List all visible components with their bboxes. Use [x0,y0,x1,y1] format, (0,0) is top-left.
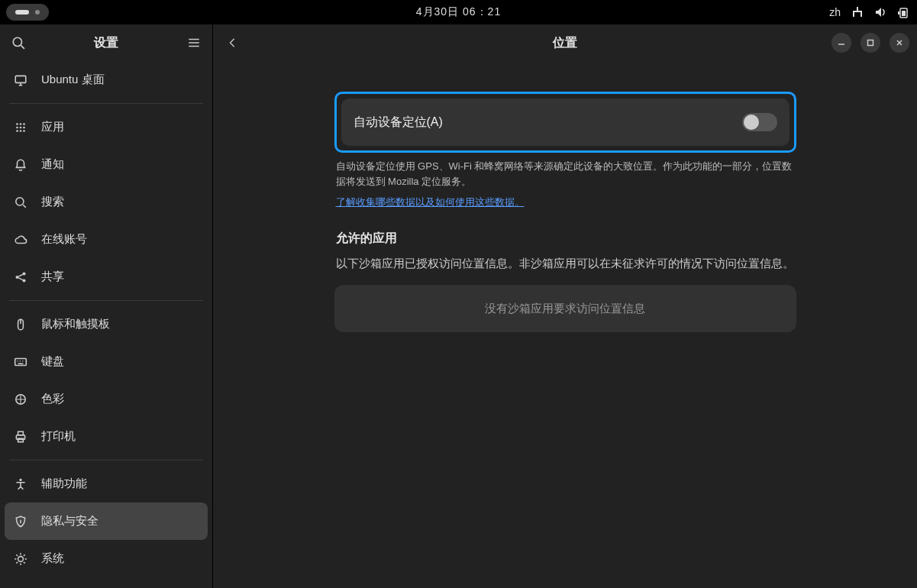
allowed-apps-empty: 没有沙箱应用要求访问位置信息 [334,285,796,332]
window-close-button[interactable] [890,33,909,53]
mouse-icon [14,318,27,331]
sidebar-item-label: 系统 [41,551,64,566]
bell-icon [14,158,27,172]
apps-icon [14,121,27,134]
svg-point-5 [13,37,21,46]
svg-rect-25 [18,438,24,442]
svg-point-15 [23,130,25,132]
svg-rect-24 [18,431,24,435]
allowed-apps-title: 允许的应用 [336,231,795,247]
svg-point-8 [20,123,22,125]
minimize-icon [837,38,846,47]
auto-location-switch[interactable] [742,113,777,131]
svg-point-19 [22,279,25,282]
svg-point-27 [18,556,24,561]
sidebar-item-mouse[interactable]: 鼠标和触摸板 [5,305,208,343]
sidebar-separator [9,300,203,301]
svg-point-26 [19,478,21,480]
sidebar-item-label: 鼠标和触摸板 [41,317,110,331]
sidebar-item-label: 键盘 [41,354,64,369]
search-icon [14,195,27,209]
svg-point-7 [16,123,18,125]
sidebar-item-label: 应用 [41,120,64,134]
privacy-icon [14,515,27,528]
svg-rect-1 [853,13,854,17]
sidebar-item-label: 隐私与安全 [41,514,98,528]
main-panel: 位置 自动设备定位(A) 自动设备定位使用 GPS、Wi-Fi 和蜂窝网络等 [213,24,917,588]
svg-point-17 [15,275,18,278]
svg-point-16 [16,197,24,205]
sidebar-item-cloud[interactable]: 在线账号 [5,221,208,258]
svg-point-9 [23,123,25,125]
sidebar-header: 设置 [0,24,212,61]
empty-message: 没有沙箱应用要求访问位置信息 [485,302,645,316]
system-icon [14,552,27,566]
sidebar-item-label: 打印机 [41,429,76,444]
allowed-apps-description: 以下沙箱应用已授权访问位置信息。非沙箱应用可以在未征求许可的情况下访问位置信息。 [336,254,795,273]
settings-sidebar: 设置 Ubuntu 桌面应用通知搜索在线账号共享鼠标和触摸板键盘色彩打印机辅助功… [0,24,213,588]
maximize-icon [866,38,875,47]
sidebar-item-apps[interactable]: 应用 [5,108,208,146]
sidebar-item-search[interactable]: 搜索 [5,183,208,221]
sidebar-item-color[interactable]: 色彩 [5,380,208,418]
svg-point-12 [23,126,25,128]
keyboard-icon [14,355,27,369]
window-minimize-button[interactable] [831,33,851,53]
sidebar-item-share[interactable]: 共享 [5,258,208,296]
sidebar-item-accessibility[interactable]: 辅助功能 [5,465,208,502]
search-icon [11,36,25,50]
color-icon [14,393,27,406]
sidebar-list: Ubuntu 桌面应用通知搜索在线账号共享鼠标和触摸板键盘色彩打印机辅助功能隐私… [0,61,212,577]
volume-icon[interactable] [874,6,886,18]
network-icon[interactable] [851,6,864,18]
sidebar-item-label: 共享 [41,270,64,284]
sidebar-item-system[interactable]: 系统 [5,540,208,577]
svg-point-14 [20,130,22,132]
close-icon [895,38,904,47]
input-method-indicator[interactable]: zh [829,6,841,18]
accessibility-icon [14,477,27,491]
svg-point-11 [20,126,22,128]
power-icon[interactable] [897,6,909,18]
sidebar-menu-button[interactable] [182,31,206,55]
cloud-icon [14,233,27,247]
svg-point-13 [16,130,18,132]
printer-icon [14,430,27,444]
system-top-bar: 4月30日 06：21 zh [0,0,917,24]
svg-point-18 [22,272,25,275]
sidebar-item-bell[interactable]: 通知 [5,146,208,183]
window-maximize-button[interactable] [860,33,880,53]
sidebar-item-label: 辅助功能 [41,477,87,491]
activities-pill[interactable] [6,4,49,21]
sidebar-item-desktop[interactable]: Ubuntu 桌面 [5,61,208,99]
sidebar-item-label: 搜索 [41,195,64,209]
sidebar-separator [9,103,203,104]
page-title: 位置 [213,35,917,51]
sidebar-item-label: 色彩 [41,392,64,406]
svg-rect-0 [857,7,858,11]
sidebar-item-label: Ubuntu 桌面 [41,73,105,87]
hamburger-icon [187,36,201,50]
sidebar-item-label: 通知 [41,157,64,172]
sidebar-item-printer[interactable]: 打印机 [5,418,208,455]
sidebar-item-keyboard[interactable]: 键盘 [5,343,208,380]
highlighted-setting: 自动设备定位(A) [334,92,796,153]
clock[interactable]: 4月30日 06：21 [416,5,501,19]
sidebar-item-privacy[interactable]: 隐私与安全 [5,502,208,540]
svg-rect-4 [902,11,906,16]
svg-rect-21 [15,358,27,365]
share-icon [14,270,27,284]
auto-location-row[interactable]: 自动设备定位(A) [341,99,789,146]
svg-point-10 [16,126,18,128]
learn-more-link[interactable]: 了解收集哪些数据以及如何使用这些数据。 [336,196,525,208]
switch-knob [744,115,759,130]
sidebar-separator [9,460,203,460]
content-area: 自动设备定位(A) 自动设备定位使用 GPS、Wi-Fi 和蜂窝网络等来源确定此… [213,61,917,588]
sidebar-item-label: 在线账号 [41,232,87,247]
settings-window: 设置 Ubuntu 桌面应用通知搜索在线账号共享鼠标和触摸板键盘色彩打印机辅助功… [0,24,917,588]
sidebar-search-button[interactable] [6,31,31,55]
auto-location-label: 自动设备定位(A) [354,115,443,131]
svg-rect-2 [860,13,862,17]
desktop-icon [14,73,27,87]
svg-rect-28 [868,40,873,46]
